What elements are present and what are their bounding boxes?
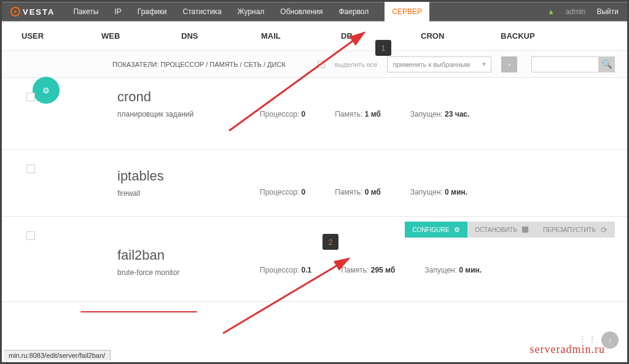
uptime-label: Запущен: xyxy=(410,188,443,196)
row-checkbox[interactable] xyxy=(26,93,35,101)
stop-button[interactable]: ОСТАНОВИТЬ xyxy=(467,222,536,238)
uptime-value: 0 мин. xyxy=(459,266,482,274)
search: 🔍 xyxy=(531,56,615,72)
mem-value: 295 мб xyxy=(371,266,396,274)
cpu-label: Процессор: xyxy=(260,188,299,196)
search-input[interactable] xyxy=(531,56,599,72)
service-row-iptables[interactable]: iptables firewall Процессор: 0 Память: 0… xyxy=(2,150,627,217)
tab-db[interactable]: DB xyxy=(341,31,421,41)
tab-backup[interactable]: BACKUP xyxy=(501,31,580,41)
topnav: Пакеты IP Графики Статистика Журнал Обно… xyxy=(73,7,429,16)
service-metrics: Процессор: 0 Память: 0 мб Запущен: 0 мин… xyxy=(260,188,615,196)
cpu-value: 0 xyxy=(302,188,306,196)
reload-icon xyxy=(601,225,608,234)
status-bar: min.ru:8083/edit/server/fail2ban/ xyxy=(4,350,111,360)
tab-user[interactable]: USER xyxy=(21,31,101,41)
uptime-value: 23 час. xyxy=(445,110,469,118)
logo-icon xyxy=(10,7,20,17)
configure-button[interactable]: CONFIGURE xyxy=(405,222,467,238)
watermark: serveradmin.ru xyxy=(530,343,605,356)
bell-icon[interactable]: ▲ xyxy=(547,7,555,16)
restart-label: ПЕРЕЗАПУСТИТЬ xyxy=(543,227,596,233)
bulk-action-select[interactable]: применить к выбранным ▾ xyxy=(387,56,491,72)
annotation-underline xyxy=(80,311,197,312)
stop-icon xyxy=(522,227,528,233)
topbar-right: ▲ admin Выйти xyxy=(547,7,619,16)
main-tabs: USER WEB DNS MAIL DB CRON BACKUP xyxy=(2,21,627,51)
resize-grip-icon: ⋮⋮ xyxy=(578,334,598,344)
service-name: fail2ban xyxy=(117,247,615,263)
tab-dns[interactable]: DNS xyxy=(181,31,261,41)
nav-server[interactable]: СЕРВЕР xyxy=(385,2,429,21)
configure-label: CONFIGURE xyxy=(412,227,449,233)
service-row-crond[interactable]: crond планировщик заданий Процессор: 0 П… xyxy=(2,78,627,150)
cpu-label: Процессор: xyxy=(260,266,299,274)
toolbar: ПОКАЗАТЕЛИ: ПРОЦЕССОР / ПАМЯТЬ / СЕТЬ / … xyxy=(2,51,627,78)
row-action-bar: CONFIGURE ОСТАНОВИТЬ ПЕРЕЗАПУСТИТЬ xyxy=(405,222,615,238)
mem-value: 1 мб xyxy=(365,110,381,118)
bulk-action-label: применить к выбранным xyxy=(393,61,470,68)
select-all-checkbox[interactable] xyxy=(318,61,325,68)
nav-stats[interactable]: Статистика xyxy=(183,7,222,16)
cpu-value: 0 xyxy=(302,110,306,118)
cpu-label: Процессор: xyxy=(260,110,299,118)
nav-graphs[interactable]: Графики xyxy=(138,7,167,16)
stop-label: ОСТАНОВИТЬ xyxy=(475,227,517,233)
service-name: iptables xyxy=(117,168,615,184)
topbar: VESTA Пакеты IP Графики Статистика Журна… xyxy=(2,2,627,21)
services-list: crond планировщик заданий Процессор: 0 П… xyxy=(2,78,627,302)
chevron-down-icon: ▾ xyxy=(482,60,486,68)
restart-button[interactable]: ПЕРЕЗАПУСТИТЬ xyxy=(536,222,615,238)
nav-firewall[interactable]: Фаервол xyxy=(338,7,369,16)
logo[interactable]: VESTA xyxy=(10,7,55,17)
service-metrics: Процессор: 0.1 Память: 295 мб Запущен: 0… xyxy=(260,266,615,274)
arrow-up-icon: ↑ xyxy=(608,336,612,345)
row-checkbox[interactable] xyxy=(26,165,35,173)
mem-value: 0 мб xyxy=(365,188,381,196)
chevron-right-icon: › xyxy=(509,61,511,68)
nav-updates[interactable]: Обновления xyxy=(280,7,322,16)
annotation-badge-1: 1 xyxy=(375,40,391,56)
nav-ip[interactable]: IP xyxy=(114,7,121,16)
logout-link[interactable]: Выйти xyxy=(596,7,619,16)
search-button[interactable]: 🔍 xyxy=(599,56,615,72)
brand-text: VESTA xyxy=(23,7,55,17)
stats-summary: ПОКАЗАТЕЛИ: ПРОЦЕССОР / ПАМЯТЬ / СЕТЬ / … xyxy=(112,61,286,68)
user-link[interactable]: admin xyxy=(566,7,586,16)
tab-web[interactable]: WEB xyxy=(101,31,181,41)
select-all-label[interactable]: выделить все xyxy=(335,61,378,68)
search-icon: 🔍 xyxy=(602,60,612,69)
mem-label: Память: xyxy=(335,110,362,118)
service-row-fail2ban[interactable]: CONFIGURE ОСТАНОВИТЬ ПЕРЕЗАПУСТИТЬ fail2… xyxy=(2,217,627,302)
bulk-action-go[interactable]: › xyxy=(501,56,517,72)
gear-icon xyxy=(454,226,460,234)
uptime-value: 0 мин. xyxy=(445,188,467,196)
tab-cron[interactable]: CRON xyxy=(421,31,501,41)
nav-log[interactable]: Журнал xyxy=(238,7,265,16)
mem-label: Память: xyxy=(341,266,369,274)
row-checkbox[interactable] xyxy=(26,231,35,240)
service-name: crond xyxy=(117,89,615,105)
uptime-label: Запущен: xyxy=(424,266,457,274)
service-metrics: Процессор: 0 Память: 1 мб Запущен: 23 ча… xyxy=(260,110,615,118)
uptime-label: Запущен: xyxy=(410,110,443,118)
mem-label: Память: xyxy=(335,188,362,196)
cpu-value: 0.1 xyxy=(302,266,312,274)
tab-mail[interactable]: MAIL xyxy=(261,31,341,41)
nav-packages[interactable]: Пакеты xyxy=(73,7,98,16)
annotation-badge-2: 2 xyxy=(322,234,338,250)
